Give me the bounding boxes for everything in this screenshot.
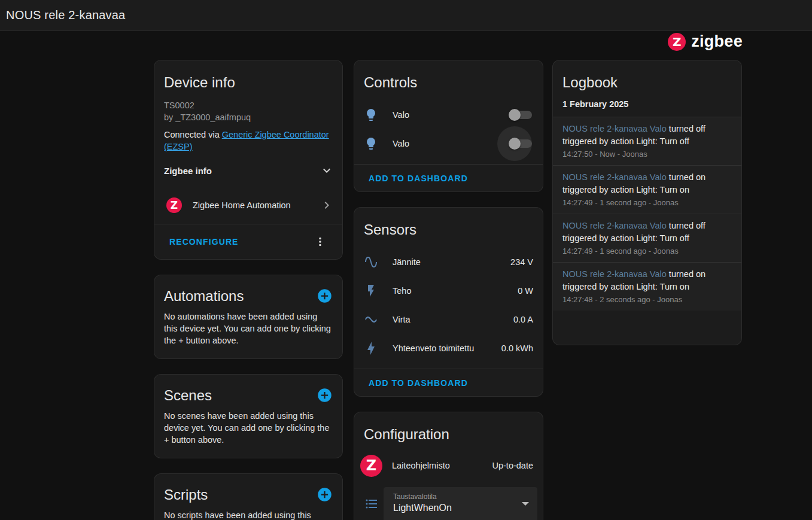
zigbee-info-label: Zigbee info: [164, 166, 212, 176]
sensors-title: Sensors: [364, 221, 533, 238]
device-info-card: Device info TS0002 by _TZ3000_aaifmpuq C…: [154, 60, 343, 260]
configuration-title: Configuration: [364, 425, 533, 443]
logbook-entry-text: NOUS rele 2-kanavaa Valo turned on trigg…: [562, 171, 732, 196]
lightbulb-icon: [364, 136, 378, 151]
toggle-switch[interactable]: [510, 111, 532, 119]
logbook-entry-text: NOUS rele 2-kanavaa Valo turned on trigg…: [562, 268, 732, 293]
sensor-row-jannite[interactable]: Jännite 234 V: [354, 248, 543, 276]
add-to-dashboard-button[interactable]: ADD TO DASHBOARD: [369, 378, 468, 388]
sensor-value: 0 W: [518, 286, 533, 296]
list-bulleted-icon: [364, 497, 379, 511]
scenes-card: Scenes No scenes have been added using t…: [154, 374, 343, 458]
zigbee-logo-icon: Z: [360, 455, 382, 477]
firmware-label: Laiteohjelmisto: [392, 461, 492, 470]
column-right: Logbook 1 February 2025 NOUS rele 2-kana…: [552, 60, 742, 360]
logbook-time: 14:27:50 - Now - Joonas: [562, 149, 732, 159]
add-script-button[interactable]: [316, 486, 333, 503]
controls-card: Controls Valo Valo: [354, 60, 543, 192]
sensor-row-yhteenveto[interactable]: Yhteenveto toimitettu 0.0 kWh: [354, 334, 543, 363]
select-value: LightWhenOn: [393, 503, 516, 513]
reconfigure-button[interactable]: RECONFIGURE: [169, 237, 239, 247]
automations-header: Automations: [164, 287, 333, 305]
logbook-entry: NOUS rele 2-kanavaa Valo turned on trigg…: [553, 165, 741, 214]
sensors-rows: Jännite 234 V Teho 0 W Virta 0.0 A: [354, 248, 543, 363]
device-info-title: Device info: [164, 74, 333, 91]
scenes-header: Scenes: [164, 387, 333, 404]
logbook-padding: [553, 311, 741, 345]
logbook-entry-text: NOUS rele 2-kanavaa Valo turned off trig…: [562, 220, 732, 245]
add-scene-button[interactable]: [316, 387, 333, 404]
logbook-entity-link[interactable]: NOUS rele 2-kanavaa Valo: [562, 221, 667, 230]
logbook-entry-text: NOUS rele 2-kanavaa Valo turned off trig…: [562, 123, 732, 148]
chevron-down-icon: [320, 163, 334, 178]
logbook-date: 1 February 2025: [562, 99, 732, 109]
sensor-value: 234 V: [510, 257, 533, 267]
logbook-title: Logbook: [562, 74, 732, 91]
scenes-empty-text: No scenes have been added using this dev…: [164, 410, 333, 446]
controls-title: Controls: [364, 74, 533, 91]
sensor-row-virta[interactable]: Virta 0.0 A: [354, 305, 543, 334]
sensors-add-row: ADD TO DASHBOARD: [354, 369, 543, 396]
logbook-time: 14:27:48 - 2 seconds ago - Joonas: [562, 294, 732, 305]
page-title: NOUS rele 2-kanavaa: [6, 8, 125, 22]
sine-wave-icon: [364, 255, 378, 269]
controls-add-row: ADD TO DASHBOARD: [354, 164, 543, 191]
sensor-label: Teho: [393, 286, 518, 296]
lightning-bolt-icon: [364, 341, 378, 355]
add-automation-button[interactable]: [316, 288, 333, 305]
scripts-card: Scripts No scripts have been added using…: [154, 473, 343, 520]
zigbee-logo-icon: Z: [166, 197, 182, 213]
sensor-value: 0.0 A: [513, 315, 533, 324]
logbook-entity-link[interactable]: NOUS rele 2-kanavaa Valo: [562, 269, 667, 279]
chevron-right-icon: [320, 198, 334, 212]
automations-title: Automations: [164, 287, 244, 305]
control-label: Valo: [393, 110, 510, 120]
automations-empty-text: No automations have been added using thi…: [164, 311, 333, 346]
sensor-label: Virta: [393, 315, 513, 324]
configuration-card: Configuration Z Laiteohjelmisto Up-to-da…: [354, 412, 543, 520]
logbook-entry: NOUS rele 2-kanavaa Valo turned off trig…: [553, 214, 741, 262]
select-taustavalotila[interactable]: Taustavalotila LightWhenOn: [384, 487, 537, 520]
firmware-row[interactable]: Z Laiteohjelmisto Up-to-date: [354, 451, 543, 480]
connected-via-prefix: Connected via: [164, 130, 222, 139]
logbook-time: 14:27:49 - 1 second ago - Joonas: [562, 197, 732, 208]
scripts-title: Scripts: [164, 486, 208, 503]
firmware-status: Up-to-date: [492, 461, 533, 470]
connected-via: Connected via Generic Zigbee Coordinator…: [164, 129, 333, 153]
current-ac-icon: [364, 312, 378, 327]
logbook-entry: NOUS rele 2-kanavaa Valo turned on trigg…: [553, 262, 741, 311]
zigbee-info-expander[interactable]: Zigbee info: [154, 163, 342, 178]
toggle-switch[interactable]: [510, 139, 532, 148]
integration-label: Zigbee Home Automation: [193, 200, 320, 210]
scripts-empty-text: No scripts have been added using this de…: [164, 509, 333, 520]
sensor-label: Yhteenveto toimitettu: [393, 343, 501, 353]
logbook-entity-link[interactable]: NOUS rele 2-kanavaa Valo: [562, 172, 667, 182]
zigbee-logo-icon: Z: [668, 33, 686, 51]
automations-card: Automations No automations have been add…: [154, 275, 343, 359]
column-left: Device info TS0002 by _TZ3000_aaifmpuq C…: [154, 60, 343, 520]
controls-rows: Valo Valo: [354, 101, 543, 158]
control-row-valo-2[interactable]: Valo: [354, 129, 543, 158]
device-info-actions: RECONFIGURE: [154, 224, 342, 259]
lightbulb-icon: [364, 108, 378, 122]
device-model: TS0002: [164, 99, 333, 111]
sensor-label: Jännite: [393, 257, 510, 267]
control-row-valo-1[interactable]: Valo: [354, 101, 543, 129]
logbook-card: Logbook 1 February 2025 NOUS rele 2-kana…: [552, 60, 742, 345]
integration-row-zha[interactable]: Z Zigbee Home Automation: [154, 191, 342, 219]
column-middle: Controls Valo Valo: [354, 60, 543, 520]
config-row-taustavalotila: Taustavalotila LightWhenOn: [354, 487, 543, 520]
zigbee-brand: Z zigbee: [668, 32, 743, 51]
device-manufacturer: by _TZ3000_aaifmpuq: [164, 111, 333, 123]
sensor-row-teho[interactable]: Teho 0 W: [354, 276, 543, 305]
control-label: Valo: [393, 139, 510, 148]
dots-vertical-icon[interactable]: [314, 235, 327, 248]
logbook-entity-link[interactable]: NOUS rele 2-kanavaa Valo: [562, 124, 667, 133]
app-header: NOUS rele 2-kanavaa: [0, 0, 812, 31]
scenes-title: Scenes: [164, 387, 212, 404]
scripts-header: Scripts: [164, 486, 333, 503]
logbook-entry: NOUS rele 2-kanavaa Valo turned off trig…: [553, 117, 741, 165]
add-to-dashboard-button[interactable]: ADD TO DASHBOARD: [369, 174, 468, 183]
dropdown-arrow-icon: [522, 502, 529, 506]
logbook-time: 14:27:49 - 1 second ago - Joonas: [562, 246, 732, 256]
